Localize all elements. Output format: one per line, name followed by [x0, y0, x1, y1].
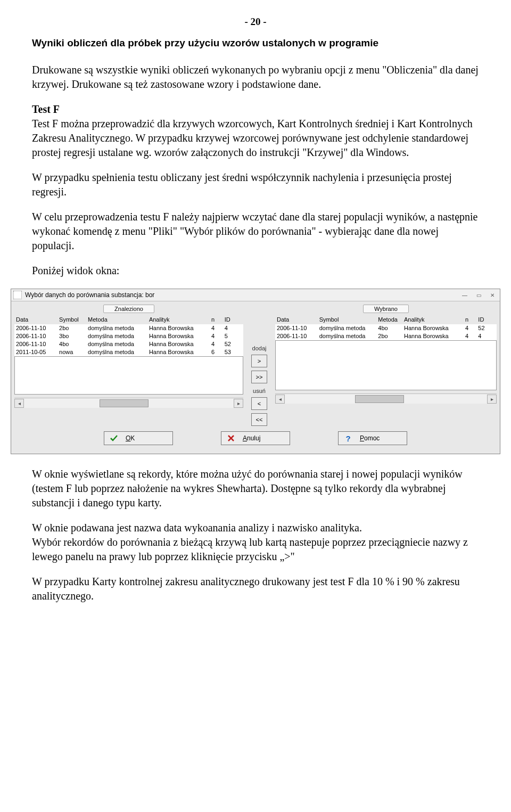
- col-analityk: Analityk: [147, 315, 210, 324]
- remove-one-button[interactable]: <: [251, 397, 267, 410]
- table-cell: Hanna Borowska: [147, 324, 210, 332]
- scroll-thumb[interactable]: [100, 399, 149, 407]
- ok-button-label: OK: [126, 434, 135, 442]
- table-cell: 2bo: [376, 332, 402, 340]
- table-cell: 52: [476, 324, 497, 332]
- table-cell: domyślna metoda: [86, 324, 147, 332]
- col-metoda: Metoda: [86, 315, 147, 324]
- help-button[interactable]: ? Pomoc: [338, 431, 407, 445]
- remove-all-button[interactable]: <<: [251, 413, 267, 426]
- add-label: dodaj: [252, 345, 267, 351]
- table-cell: 4: [210, 340, 223, 348]
- table-row[interactable]: 2006-11-102bodomyślna metodaHanna Borows…: [14, 324, 243, 332]
- table-cell: Hanna Borowska: [402, 324, 464, 332]
- table-row[interactable]: 2006-11-10domyślna metoda2boHanna Borows…: [275, 332, 497, 340]
- selected-scrollbar[interactable]: ◂ ▸: [275, 393, 497, 404]
- table-cell: 2006-11-10: [275, 332, 318, 340]
- window-title: Wybór danych do porównania substancja: b…: [25, 291, 459, 299]
- x-icon: [227, 434, 235, 442]
- found-scrollbar[interactable]: ◂ ▸: [14, 398, 243, 408]
- scroll-right-icon[interactable]: ▸: [234, 399, 243, 408]
- table-cell: 3bo: [57, 332, 86, 340]
- table-cell: 5: [223, 332, 243, 340]
- table-cell: Hanna Borowska: [402, 332, 464, 340]
- check-icon: [110, 434, 118, 442]
- scroll-thumb[interactable]: [355, 395, 404, 403]
- page-number: - 20 -: [32, 16, 479, 28]
- table-row[interactable]: 2006-11-103bodomyślna metodaHanna Borows…: [14, 332, 243, 340]
- close-button[interactable]: ✕: [487, 291, 498, 299]
- table-row[interactable]: 2006-11-10domyślna metoda4boHanna Borows…: [275, 324, 497, 332]
- found-table[interactable]: Data Symbol Metoda Analityk n ID 2006-11…: [14, 315, 243, 356]
- paragraph-8: Wybór rekordów do porównania z bieżącą k…: [32, 535, 479, 564]
- table-cell: 4: [464, 324, 476, 332]
- selected-table[interactable]: Data Symbol Metoda Analityk n ID 2006-11…: [275, 315, 497, 340]
- group-label-selected: Wybrano: [363, 305, 409, 313]
- selected-list-pane: Data Symbol Metoda Analityk n ID 2006-11…: [275, 315, 497, 426]
- cancel-button[interactable]: Anuluj: [221, 431, 290, 445]
- table-cell: 53: [223, 348, 243, 356]
- testf-label: Test F: [32, 102, 479, 117]
- table-cell: 4: [476, 332, 497, 340]
- scroll-left-icon[interactable]: ◂: [275, 395, 285, 404]
- question-icon: ?: [344, 434, 352, 442]
- table-cell: 4: [223, 324, 243, 332]
- section-title: Wyniki obliczeń dla próbek przy użyciu w…: [32, 37, 479, 49]
- paragraph-2: Test F można przeprowadzić dla krzywych …: [32, 117, 479, 160]
- col-n: n: [464, 315, 476, 324]
- paragraph-7: W oknie podawana jest nazwa data wykoana…: [32, 521, 479, 535]
- found-list-pane: Data Symbol Metoda Analityk n ID 2006-11…: [14, 315, 243, 426]
- scroll-right-icon[interactable]: ▸: [487, 395, 497, 404]
- table-cell: domyślna metoda: [318, 324, 377, 332]
- minimize-button[interactable]: ―: [459, 291, 470, 299]
- col-data: Data: [275, 315, 318, 324]
- table-cell: domyślna metoda: [86, 348, 147, 356]
- table-cell: 4: [210, 324, 223, 332]
- table-cell: 4: [464, 332, 476, 340]
- maximize-button[interactable]: ▭: [473, 291, 484, 299]
- table-row[interactable]: 2006-11-104bodomyślna metodaHanna Borows…: [14, 340, 243, 348]
- selected-list-empty-area[interactable]: [275, 340, 497, 390]
- table-cell: 2006-11-10: [14, 340, 57, 348]
- found-list-empty-area[interactable]: [14, 356, 243, 395]
- paragraph-3: W przypadku spełnienia testu obliczany j…: [32, 170, 479, 199]
- scroll-left-icon[interactable]: ◂: [14, 399, 24, 408]
- add-one-button[interactable]: >: [251, 355, 267, 367]
- table-cell: domyślna metoda: [318, 332, 377, 340]
- table-cell: domyślna metoda: [86, 332, 147, 340]
- col-symbol: Symbol: [318, 315, 377, 324]
- add-all-button[interactable]: >>: [251, 371, 267, 383]
- help-button-label: Pomoc: [360, 434, 380, 442]
- col-data: Data: [14, 315, 57, 324]
- table-cell: 2bo: [57, 324, 86, 332]
- table-cell: 4bo: [376, 324, 402, 332]
- table-cell: Hanna Borowska: [147, 332, 210, 340]
- table-cell: nowa: [57, 348, 86, 356]
- table-cell: Hanna Borowska: [147, 340, 210, 348]
- col-n: n: [210, 315, 223, 324]
- table-cell: 2006-11-10: [14, 324, 57, 332]
- col-id: ID: [223, 315, 243, 324]
- table-cell: 52: [223, 340, 243, 348]
- table-cell: 4: [210, 332, 223, 340]
- table-cell: 2006-11-10: [275, 324, 318, 332]
- ok-button[interactable]: OK: [104, 431, 173, 445]
- table-cell: domyślna metoda: [86, 340, 147, 348]
- window-app-icon: [13, 291, 22, 299]
- col-id: ID: [476, 315, 497, 324]
- col-symbol: Symbol: [57, 315, 86, 324]
- table-cell: 2006-11-10: [14, 332, 57, 340]
- paragraph-4: W celu przeprowadzenia testu F należy na…: [32, 210, 479, 253]
- col-metoda: Metoda: [376, 315, 402, 324]
- col-analityk: Analityk: [402, 315, 464, 324]
- group-label-found: Znaleziono: [103, 305, 154, 313]
- paragraph-1: Drukowane są wszystkie wyniki obliczeń w…: [32, 63, 479, 92]
- table-cell: 2011-10-05: [14, 348, 57, 356]
- table-row[interactable]: 2011-10-05nowadomyślna metodaHanna Borow…: [14, 348, 243, 356]
- paragraph-9: W przypadku Karty kontrolnej zakresu ana…: [32, 575, 479, 603]
- window-titlebar: Wybór danych do porównania substancja: b…: [11, 289, 500, 301]
- table-cell: 6: [210, 348, 223, 356]
- table-cell: Hanna Borowska: [147, 348, 210, 356]
- remove-label: usuń: [253, 388, 266, 394]
- compare-data-window: Wybór danych do porównania substancja: b…: [11, 289, 500, 454]
